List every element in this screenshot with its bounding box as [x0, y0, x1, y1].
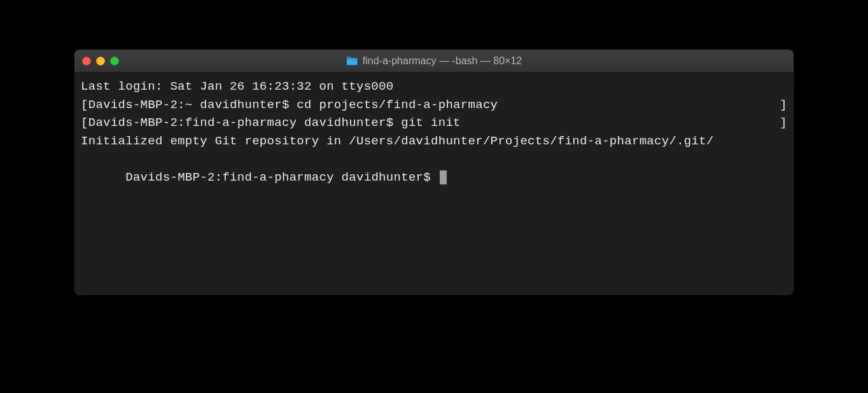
maximize-button[interactable] — [110, 57, 119, 66]
terminal-body[interactable]: Last login: Sat Jan 26 16:23:32 on ttys0… — [74, 72, 794, 295]
window-title-text: find-a-pharmacy — -bash — 80×12 — [363, 55, 522, 67]
terminal-line: Initialized empty Git repository in /Use… — [81, 132, 787, 151]
terminal-bracket: ] — [780, 114, 787, 132]
terminal-text: [Davids-MBP-2:~ davidhunter$ cd projects… — [81, 96, 498, 114]
terminal-prompt-line: Davids-MBP-2:find-a-pharmacy davidhunter… — [81, 150, 787, 205]
terminal-bracket: ] — [780, 96, 787, 114]
folder-icon — [346, 57, 358, 66]
terminal-line: [Davids-MBP-2:find-a-pharmacy davidhunte… — [81, 114, 787, 132]
close-button[interactable] — [82, 57, 91, 66]
terminal-prompt: Davids-MBP-2:find-a-pharmacy davidhunter… — [125, 170, 438, 184]
window-title: find-a-pharmacy — -bash — 80×12 — [346, 55, 522, 67]
traffic-lights — [82, 57, 119, 66]
title-bar[interactable]: find-a-pharmacy — -bash — 80×12 — [74, 50, 794, 72]
terminal-line: Last login: Sat Jan 26 16:23:32 on ttys0… — [81, 78, 787, 96]
terminal-window: find-a-pharmacy — -bash — 80×12 Last log… — [74, 50, 794, 295]
cursor — [440, 170, 447, 184]
minimize-button[interactable] — [96, 57, 105, 66]
terminal-text: [Davids-MBP-2:find-a-pharmacy davidhunte… — [81, 114, 461, 132]
terminal-line: [Davids-MBP-2:~ davidhunter$ cd projects… — [81, 96, 787, 114]
